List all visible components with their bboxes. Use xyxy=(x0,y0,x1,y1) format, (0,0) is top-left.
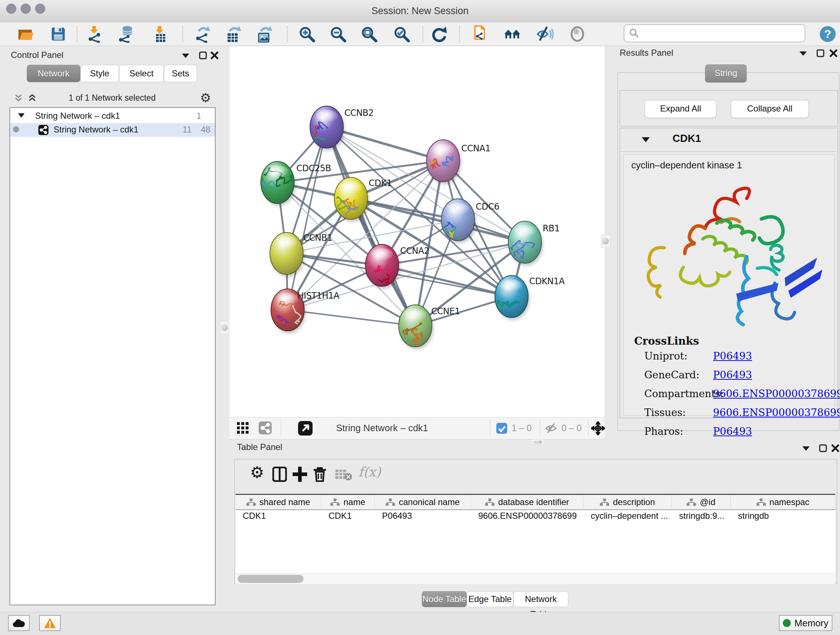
network-edge[interactable] xyxy=(287,127,327,310)
table-cell[interactable]: P06493 xyxy=(375,511,471,525)
network-node-CCNE1[interactable] xyxy=(399,305,433,349)
table-gear-icon[interactable]: ⚙ xyxy=(250,463,264,481)
tree-expander-icon[interactable] xyxy=(18,113,25,118)
import-table-file-icon[interactable] xyxy=(152,25,169,43)
table-cell[interactable]: stringdb xyxy=(731,511,835,525)
homes-icon[interactable] xyxy=(504,25,521,43)
tab-sets[interactable]: Sets xyxy=(164,65,197,82)
column-header-canonical-name[interactable]: canonical name xyxy=(375,495,471,510)
table-cell[interactable]: 9606.ENSP00000378699 xyxy=(471,511,584,525)
memory-button[interactable]: Memory xyxy=(779,615,832,631)
zoom-out-icon[interactable] xyxy=(329,25,347,43)
help-icon[interactable]: ? xyxy=(819,25,836,43)
table-delete-icon[interactable] xyxy=(313,466,327,482)
selection-status: 1 of 1 Network selected xyxy=(40,93,185,103)
expand-all-icon[interactable] xyxy=(28,93,36,103)
network-node-CCNB2[interactable] xyxy=(302,106,345,159)
node-label-RB1: RB1 xyxy=(543,223,560,233)
left-splitter-handle[interactable] xyxy=(220,321,229,334)
crosslink-label: Compartments: xyxy=(644,388,724,400)
results-panel-menu-icon[interactable] xyxy=(799,51,807,57)
tree-row-collection[interactable]: String Network – cdk1 1 xyxy=(10,109,215,123)
cloud-button[interactable] xyxy=(8,615,30,631)
table-cell[interactable]: cyclin–dependent ... xyxy=(584,511,672,525)
column-header-name[interactable]: name xyxy=(321,495,375,510)
tree-row-network[interactable]: String Network – cdk1 11 48 xyxy=(10,123,215,137)
tab-network-table[interactable]: Network Table xyxy=(513,591,568,607)
crosslink-value-link[interactable]: P06493 xyxy=(713,350,752,362)
tab-string[interactable]: String xyxy=(705,65,747,82)
warning-button[interactable] xyxy=(39,615,61,631)
horizontal-splitter-handle[interactable] xyxy=(531,439,545,445)
crosslink-value-link[interactable]: 9606.ENSP00000378699 xyxy=(713,388,840,400)
control-panel-menu-icon[interactable] xyxy=(182,54,189,59)
open-file-icon[interactable] xyxy=(17,25,34,43)
network-node-CCNA2[interactable] xyxy=(365,244,400,289)
table-cell[interactable]: CDK1 xyxy=(235,511,321,525)
expand-all-button[interactable]: Expand All xyxy=(645,100,717,118)
column-header--id[interactable]: @id xyxy=(672,495,731,510)
toolbar-separator xyxy=(490,420,490,436)
scrollbar-thumb[interactable] xyxy=(238,575,303,583)
network-node-RB1[interactable] xyxy=(502,221,543,270)
crosslink-value-link[interactable]: 9606.ENSP00000378699 xyxy=(713,407,840,418)
show-eye-icon[interactable] xyxy=(569,25,586,43)
hide-eye-icon[interactable] xyxy=(536,25,554,43)
results-panel-float-icon[interactable] xyxy=(816,49,824,57)
tab-edge-table[interactable]: Edge Table xyxy=(467,591,513,607)
table-panel-float-icon[interactable] xyxy=(819,444,827,452)
zoom-fit-icon[interactable] xyxy=(360,25,378,43)
crosslink-value-link[interactable]: P06493 xyxy=(713,425,752,437)
selected-checkbox-icon[interactable] xyxy=(496,423,507,434)
network-status-dot xyxy=(13,126,19,133)
gene-section: CDK1 cyclin–dependent kinase 1 xyxy=(620,128,838,418)
crosslink-value-link[interactable]: P06493 xyxy=(713,369,752,381)
table-cell[interactable]: CDK1 xyxy=(321,511,375,525)
network-graph[interactable]: CCNB2CCNA1CDC25BCDK1CDC6RB1CCNB1CCNA2CDK… xyxy=(229,46,605,417)
collapse-all-icon[interactable] xyxy=(14,93,22,103)
search-input[interactable] xyxy=(642,28,805,39)
tab-node-table[interactable]: Node Table xyxy=(422,591,467,607)
tab-style[interactable]: Style xyxy=(80,65,119,82)
pan-crosshair-icon[interactable] xyxy=(591,421,605,435)
table-panel-close-icon[interactable] xyxy=(831,444,839,452)
column-header-shared-name[interactable]: shared name xyxy=(235,495,321,510)
column-header-database-identifier[interactable]: database identifier xyxy=(471,495,584,510)
save-session-icon[interactable] xyxy=(50,25,67,43)
table-columns-icon[interactable] xyxy=(272,467,287,482)
table-cell[interactable]: stringdb:9... xyxy=(672,511,731,525)
zoom-in-icon[interactable] xyxy=(298,25,316,43)
export-table-icon[interactable] xyxy=(225,25,242,43)
birdseye-view-icon[interactable] xyxy=(298,421,313,435)
collapse-all-button[interactable]: Collapse All xyxy=(731,100,809,118)
refresh-icon[interactable] xyxy=(430,25,447,43)
tab-network[interactable]: Network xyxy=(27,65,80,82)
network-edge[interactable] xyxy=(287,310,415,326)
share-view-icon[interactable] xyxy=(259,421,272,434)
grid-view-icon[interactable] xyxy=(237,422,249,434)
control-panel-close-icon[interactable] xyxy=(210,51,218,59)
column-header-description[interactable]: description xyxy=(584,495,672,510)
network-node-CDK1[interactable] xyxy=(334,177,369,222)
crosslink-label: GeneCard: xyxy=(644,369,699,381)
table-hscrollbar[interactable] xyxy=(235,573,835,584)
gear-icon[interactable]: ⚙ xyxy=(200,90,211,105)
export-image-icon[interactable] xyxy=(256,25,273,43)
export-network-icon[interactable] xyxy=(194,25,211,43)
import-network-database-icon[interactable] xyxy=(118,25,135,43)
network-node-CCNB1[interactable] xyxy=(270,233,305,277)
network-node-CDKN1A[interactable] xyxy=(493,276,530,320)
table-add-icon[interactable] xyxy=(293,467,307,482)
results-panel-close-icon[interactable] xyxy=(829,49,837,57)
zoom-selected-icon[interactable] xyxy=(393,25,410,43)
share-document-icon[interactable] xyxy=(472,25,489,43)
tab-select[interactable]: Select xyxy=(119,65,164,82)
gene-section-expander-icon[interactable] xyxy=(642,137,650,143)
import-network-file-icon[interactable] xyxy=(86,25,103,43)
control-panel-float-icon[interactable] xyxy=(199,51,207,59)
right-splitter-handle[interactable] xyxy=(601,234,610,248)
network-edge[interactable] xyxy=(327,127,415,326)
column-header-namespac[interactable]: namespac xyxy=(731,495,835,510)
table-panel-menu-icon[interactable] xyxy=(802,447,810,451)
network-canvas[interactable]: CCNB2CCNA1CDC25BCDK1CDC6RB1CCNB1CCNA2CDK… xyxy=(229,46,605,417)
